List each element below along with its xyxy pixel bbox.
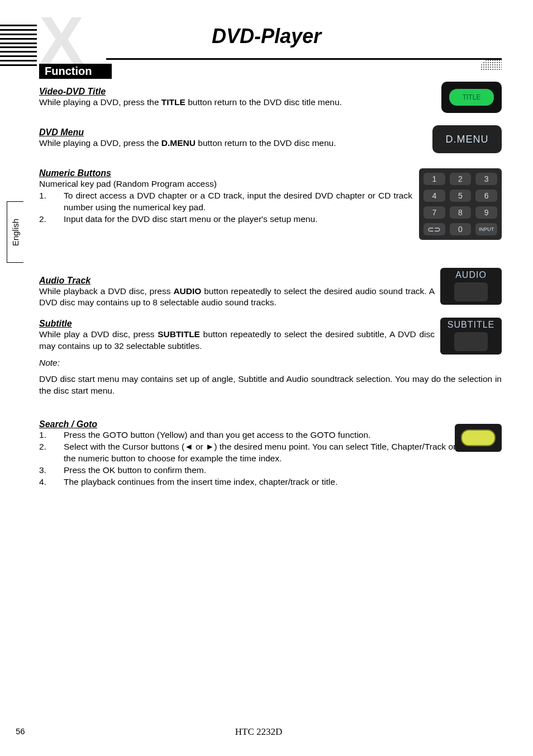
language-tab: English — [7, 201, 23, 263]
search-item-1: 1.Press the GOTO button (Yellow) and tha… — [39, 429, 502, 441]
section-audio-track: AUDIO Audio Track While playback a DVD d… — [39, 276, 502, 309]
remote-dmenu-button-image: D.MENU — [432, 125, 502, 153]
section-video-dvd-title: Video-DVD Title While playing a DVD, pre… — [39, 87, 502, 108]
remote-goto-button-image — [455, 424, 502, 452]
subtitle-label: SUBTITLE — [440, 320, 502, 330]
model-number: HTC 2232D — [16, 726, 502, 738]
heading-audio: Audio Track — [39, 276, 435, 286]
key-8: 8 — [450, 206, 472, 219]
text-video-dvd-title: While playing a DVD, press the TITLE but… — [39, 97, 423, 108]
heading-search-goto: Search / Goto — [39, 419, 502, 429]
search-item-4: 4.The playback continues from the insert… — [39, 476, 502, 488]
key-2: 2 — [450, 173, 472, 185]
key-3: 3 — [475, 173, 497, 185]
title-button-label: TITLE — [449, 89, 494, 106]
key-5: 5 — [450, 190, 472, 202]
text-dvd-menu: While playing a DVD, press the D.MENU bu… — [39, 138, 423, 149]
heading-numeric: Numeric Buttons — [39, 168, 412, 178]
search-item-2: 2.Select with the Cursor buttons (◄ or ►… — [39, 441, 502, 465]
audio-blank-key — [454, 282, 488, 301]
language-tab-label: English — [11, 218, 20, 245]
key-0: 0 — [450, 223, 472, 235]
section-subtitle: SUBTITLE Subtitle While play a DVD disc,… — [39, 319, 502, 352]
key-6: 6 — [475, 190, 497, 202]
key-input: INPUT — [475, 223, 497, 235]
key-9: 9 — [475, 206, 497, 219]
section-numeric-buttons: 1 2 3 4 5 6 7 8 9 ⊂⊃ 0 INPUT Numeric But… — [39, 168, 502, 225]
note-text: DVD disc start menu may contains set up … — [39, 374, 502, 397]
heading-subtitle: Subtitle — [39, 319, 435, 329]
remote-keypad-image: 1 2 3 4 5 6 7 8 9 ⊂⊃ 0 INPUT — [419, 168, 502, 240]
text-audio: While playback a DVD disc, press AUDIO b… — [39, 286, 435, 309]
content-area: Function TITLE D.MENU Video-DVD Title Wh… — [39, 64, 502, 488]
function-heading: Function — [39, 64, 112, 79]
search-item-3: 3.Press the OK button to confirm them. — [39, 465, 502, 476]
key-4: 4 — [423, 190, 445, 202]
footer: 56 HTC 2232D — [16, 726, 502, 736]
note-label: Note: — [39, 358, 502, 368]
text-subtitle: While play a DVD disc, press SUBTITLE bu… — [39, 329, 435, 352]
numeric-item-2: 2.Input data for the DVD disc start menu… — [39, 214, 412, 225]
section-search-goto: Search / Goto 1.Press the GOTO button (Y… — [39, 419, 502, 488]
heading-dvd-menu: DVD Menu — [39, 127, 423, 138]
text-numeric-intro: Numerical key pad (Random Program access… — [39, 178, 412, 190]
numeric-item-1: 1.To direct access a DVD chapter or a CD… — [39, 190, 412, 214]
audio-label: AUDIO — [440, 270, 502, 280]
subtitle-blank-key — [454, 332, 488, 351]
key-loop: ⊂⊃ — [423, 223, 445, 235]
remote-title-button-image: TITLE — [441, 82, 502, 113]
page: X DVD-Player English Function TITLE D.ME… — [0, 0, 533, 756]
title-underline — [106, 58, 502, 60]
page-title: DVD-Player — [0, 25, 533, 48]
remote-audio-button-image: AUDIO — [440, 268, 502, 305]
key-7: 7 — [423, 206, 445, 219]
remote-subtitle-button-image: SUBTITLE — [440, 318, 502, 355]
key-1: 1 — [423, 173, 445, 185]
heading-video-dvd-title: Video-DVD Title — [39, 87, 423, 97]
goto-button-inner — [461, 429, 496, 446]
